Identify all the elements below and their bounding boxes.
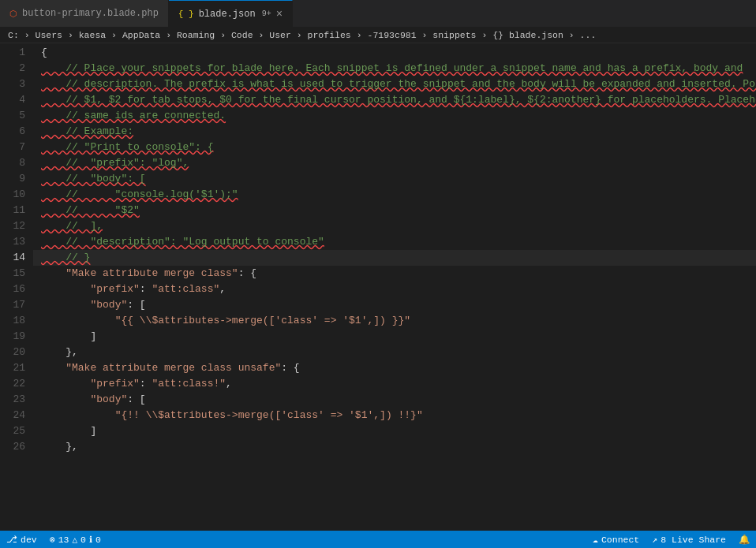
liveshare-button[interactable]: ↗ 8 Live Share xyxy=(646,531,732,548)
tab-blade-json[interactable]: { } blade.json 9+ × xyxy=(169,0,293,27)
line-number: 3 xyxy=(8,76,25,92)
code-line: // "$2" xyxy=(33,203,756,218)
tab-close-button[interactable]: × xyxy=(276,9,283,20)
line-number: 20 xyxy=(8,345,25,360)
code-line: "Make attribute merge class unsafe": { xyxy=(33,360,756,376)
line-number: 22 xyxy=(8,376,25,392)
tab-badge: 9+ xyxy=(262,9,271,18)
code-content[interactable]: { // Place your snippets for blade here.… xyxy=(33,43,756,531)
code-line: // $1, $2 for tab stops, $0 for the fina… xyxy=(33,92,756,108)
line-number: 19 xyxy=(8,329,25,345)
line-number: 17 xyxy=(8,297,25,313)
line-number: 12 xyxy=(8,218,25,234)
notification-icon[interactable]: 🔔 xyxy=(732,531,756,548)
code-line: }, xyxy=(33,439,756,455)
code-line: // "prefix": "log", xyxy=(33,155,756,171)
line-number: 2 xyxy=(8,61,25,76)
line-number: 10 xyxy=(8,187,25,203)
code-line: "prefix": "att:class", xyxy=(33,281,756,297)
line-number: 23 xyxy=(8,392,25,408)
code-line: // "body": [ xyxy=(33,171,756,187)
code-line: // ], xyxy=(33,218,756,234)
code-line: // Place your snippets for blade here. E… xyxy=(33,61,756,76)
code-line: // description. The prefix is what is us… xyxy=(33,76,756,92)
info-icon: ℹ xyxy=(89,535,92,545)
errors-label: 13 xyxy=(58,535,69,545)
code-line: // same ids are connected. xyxy=(33,108,756,124)
git-icon: ⎇ xyxy=(6,534,17,545)
line-number: 7 xyxy=(8,140,25,155)
code-line: // "console.log('$1');" xyxy=(33,187,756,203)
tab-blade-php[interactable]: ⬡ button-primary.blade.php xyxy=(0,0,169,27)
code-line: "prefix": "att:class!", xyxy=(33,376,756,392)
line-number: 24 xyxy=(8,408,25,423)
line-number: 21 xyxy=(8,360,25,376)
triangle-icon: △ xyxy=(72,535,77,545)
status-bar: ⎇ dev ⊗ 13 △ 0 ℹ 0 ☁ Connect ↗ 8 Live Sh… xyxy=(0,531,756,548)
tab-blade-php-label: button-primary.blade.php xyxy=(22,8,159,19)
code-line: { xyxy=(33,45,756,61)
code-line: "body": [ xyxy=(33,297,756,313)
code-line: "{{ \\$attributes->merge(['class' => '$1… xyxy=(33,313,756,329)
tab-bar: ⬡ button-primary.blade.php { } blade.jso… xyxy=(0,0,756,28)
line-numbers: 1234567891011121314151617181920212223242… xyxy=(0,43,33,531)
git-branch[interactable]: ⎇ dev xyxy=(0,531,43,548)
git-branch-label: dev xyxy=(21,535,37,545)
code-line: ] xyxy=(33,423,756,439)
line-number: 9 xyxy=(8,171,25,187)
errors-count[interactable]: ⊗ 13 △ 0 ℹ 0 xyxy=(43,531,107,548)
code-line: // } xyxy=(33,250,756,266)
json-icon: { } xyxy=(178,9,194,19)
line-number: 8 xyxy=(8,155,25,171)
bell-icon: 🔔 xyxy=(739,534,750,545)
line-number: 5 xyxy=(8,108,25,124)
line-number: 25 xyxy=(8,423,25,439)
code-line: // Example: xyxy=(33,124,756,140)
breadcrumb-text: C: › Users › kaesa › AppData › Roaming ›… xyxy=(8,30,596,40)
line-number: 1 xyxy=(8,45,25,61)
info-label: 0 xyxy=(95,535,101,545)
code-line: // "Print to console": { xyxy=(33,140,756,155)
line-number: 13 xyxy=(8,234,25,250)
liveshare-icon: ↗ xyxy=(652,534,657,545)
line-number: 15 xyxy=(8,266,25,281)
blade-icon: ⬡ xyxy=(9,9,17,19)
line-number: 14 xyxy=(8,250,25,266)
connect-button[interactable]: ☁ Connect xyxy=(586,531,646,548)
liveshare-label: 8 Live Share xyxy=(661,535,726,545)
line-number: 11 xyxy=(8,203,25,218)
code-line: ] xyxy=(33,329,756,345)
code-line: "{!! \\$attributes->merge(['class' => '$… xyxy=(33,408,756,423)
code-line: "body": [ xyxy=(33,392,756,408)
connect-label: Connect xyxy=(601,535,639,545)
error-icon: ⊗ xyxy=(50,534,55,545)
code-line: }, xyxy=(33,345,756,360)
line-number: 4 xyxy=(8,92,25,108)
code-line: "Make attribute merge class": { xyxy=(33,266,756,281)
line-number: 16 xyxy=(8,281,25,297)
connect-icon: ☁ xyxy=(593,534,598,545)
tab-blade-json-label: blade.json xyxy=(199,9,256,20)
line-number: 6 xyxy=(8,124,25,140)
line-number: 18 xyxy=(8,313,25,329)
code-line: // "description": "Log output to console… xyxy=(33,234,756,250)
line-number: 26 xyxy=(8,439,25,455)
warnings-label: 0 xyxy=(80,535,86,545)
code-area: 1234567891011121314151617181920212223242… xyxy=(0,43,756,531)
breadcrumb: C: › Users › kaesa › AppData › Roaming ›… xyxy=(0,28,756,43)
